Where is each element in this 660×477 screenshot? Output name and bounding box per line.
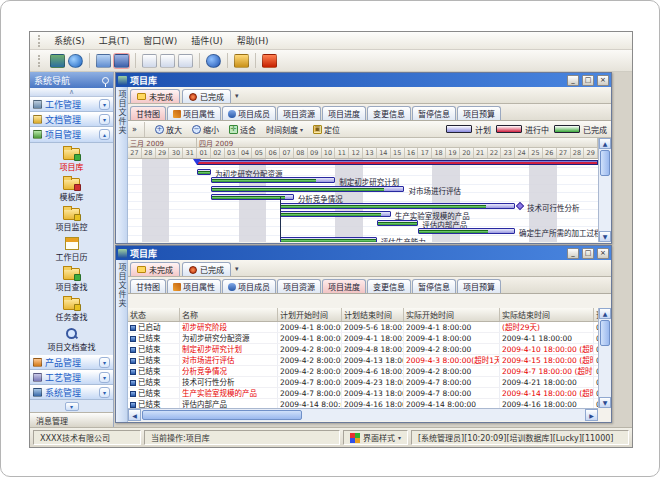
gantt-bar[interactable] [211, 194, 294, 200]
table-row[interactable]: 已结束为初步研究分配资源2009-4-1 8:00:002009-4-1 18:… [128, 333, 598, 344]
table-window-titlebar[interactable]: 项目库 _ □ × [116, 246, 611, 260]
sidebar-section-项目管理[interactable]: 项目管理▴ [30, 127, 113, 142]
globe-icon[interactable] [68, 54, 83, 68]
column-header-名称[interactable]: 名称 [180, 308, 278, 321]
sidebar-item-项目查找[interactable]: 项目查找 [30, 265, 113, 295]
menu-插件(U)[interactable]: 插件(U) [184, 32, 230, 49]
gantt-bar[interactable] [211, 186, 405, 192]
project-folder-strip[interactable]: 项目文件夹 [116, 87, 128, 243]
sidebar-item-模板库[interactable]: 模板库 [30, 175, 113, 205]
sidebar-item-工作日历[interactable]: 工作日历 [30, 235, 113, 265]
table-row[interactable]: 已启动初步研究阶段2009-4-1 8:00:002009-5-6 18:00:… [128, 322, 598, 333]
close-button[interactable]: × [597, 75, 609, 86]
tab-项目成员[interactable]: 项目成员 [222, 279, 276, 293]
zoom-in-button[interactable]: +放大 [152, 123, 185, 136]
menu-窗口(W)[interactable]: 窗口(W) [136, 32, 184, 49]
table-row[interactable]: 已结束制定初步研究计划2009-4-2 8:00:002009-4-8 18:0… [128, 344, 598, 355]
tab-已完成[interactable]: 已完成 [182, 89, 231, 103]
sidebar-section-工艺管理[interactable]: 工艺管理▾ [30, 370, 113, 385]
chevron-down-icon[interactable]: ▾ [99, 114, 110, 125]
column-header-计划结束时间[interactable]: 计划结束时间 [342, 308, 404, 321]
tab-message-management[interactable]: 消息管理 [30, 412, 113, 427]
table-row[interactable]: 已结束评估内部产品2009-4-14 8:00:002009-4-16 18:0… [128, 399, 598, 408]
monitor-icon[interactable] [50, 54, 65, 68]
gantt-vertical-scrollbar[interactable]: ▲ ▼ [598, 138, 611, 242]
gantt-bar[interactable] [377, 220, 418, 226]
minimize-button[interactable]: _ [567, 75, 579, 86]
scrollbar-thumb[interactable] [600, 320, 610, 346]
sidebar-item-任务查找[interactable]: 任务查找 [30, 295, 113, 325]
tab-项目属性[interactable]: 项目属性 [167, 106, 221, 120]
locate-button[interactable]: ▣定位 [310, 123, 343, 136]
sidebar-item-项目监控[interactable]: 项目监控 [30, 205, 113, 235]
zoom-out-button[interactable]: −缩小 [189, 123, 222, 136]
ui-style-button[interactable]: 界面样式 ▾ [343, 430, 408, 445]
scrollbar-thumb[interactable] [142, 410, 302, 420]
tab-项目属性[interactable]: 项目属性 [167, 279, 221, 293]
table-vertical-scrollbar[interactable]: ▲ ▼ [598, 308, 611, 408]
tab-项目预算[interactable]: 项目预算 [457, 106, 501, 120]
table-row[interactable]: 已结束生产实验室规模的产品2009-4-7 8:00:002009-4-13 1… [128, 388, 598, 399]
sidebar-section-系统管理[interactable]: 系统管理▾ [30, 385, 113, 400]
column-header-实际结束时间[interactable]: 实际结束时间 [500, 308, 594, 321]
report-edit-icon[interactable] [160, 54, 175, 68]
lock-icon[interactable] [234, 54, 249, 68]
tab-未完成[interactable]: 未完成 [130, 262, 180, 276]
tab-项目资源[interactable]: 项目资源 [277, 106, 321, 120]
column-header-计划开始时间[interactable]: 计划开始时间 [278, 308, 342, 321]
gantt-bar[interactable] [280, 211, 391, 217]
chevron-down-icon[interactable]: ▾ [99, 387, 110, 398]
tab-变更信息[interactable]: 变更信息 [367, 106, 411, 120]
sidebar-item-项目库[interactable]: 项目库 [30, 145, 113, 175]
table-row[interactable]: 已结束技术可行性分析2009-4-7 8:00:002009-4-23 18:0… [128, 377, 598, 388]
maximize-button[interactable]: □ [582, 75, 594, 86]
tab-甘特图[interactable]: 甘特图 [130, 106, 166, 120]
chevron-down-icon[interactable]: ▾ [99, 357, 110, 368]
menu-帮助(H)[interactable]: 帮助(H) [230, 32, 276, 49]
toolbar-more-button[interactable]: » [132, 125, 137, 134]
menu-工具(T)[interactable]: 工具(T) [92, 32, 137, 49]
tab-暂停信息[interactable]: 暂停信息 [412, 106, 456, 120]
scroll-right-icon[interactable]: ▶ [585, 409, 598, 421]
tab-overflow-icon[interactable]: ▾ [235, 265, 239, 273]
sidebar-item-项目文档查找[interactable]: 项目文档查找 [30, 325, 113, 355]
gantt-bar[interactable] [418, 228, 515, 234]
help-icon[interactable] [206, 54, 221, 68]
project-folder-strip[interactable]: 项目文件夹 [116, 260, 128, 422]
sidebar-section-产品管理[interactable]: 产品管理▾ [30, 355, 113, 370]
chevron-down-icon[interactable]: ▾ [99, 99, 110, 110]
column-header-状态[interactable]: 状态 [128, 308, 180, 321]
table-row[interactable]: 已结束分析竞争情况2009-4-2 8:00:002009-4-6 18:00:… [128, 366, 598, 377]
report-new-icon[interactable] [142, 54, 157, 68]
pin-icon[interactable] [102, 77, 109, 84]
chevron-up-icon[interactable]: ▴ [99, 129, 110, 140]
tab-项目资源[interactable]: 项目资源 [277, 279, 321, 293]
table-row[interactable]: 已结束对市场进行评估2009-4-2 8:00:002009-4-13 18:0… [128, 355, 598, 366]
column-header-实际开始时间[interactable]: 实际开始时间 [404, 308, 500, 321]
tab-项目成员[interactable]: 项目成员 [222, 106, 276, 120]
tab-变更信息[interactable]: 变更信息 [367, 279, 411, 293]
scroll-up-icon[interactable]: ▲ [599, 138, 611, 149]
minimize-button[interactable]: _ [567, 248, 579, 259]
gantt-window-titlebar[interactable]: 项目库 _ □ × [116, 73, 611, 87]
gantt-bar[interactable] [280, 237, 377, 243]
sidebar-section-文档管理[interactable]: 文档管理▾ [30, 112, 113, 127]
scroll-up-icon[interactable]: ▲ [599, 308, 611, 319]
gantt-bar[interactable] [197, 169, 211, 175]
tab-项目进度[interactable]: 项目进度 [322, 106, 366, 120]
folder-open-icon[interactable] [96, 54, 111, 68]
tab-项目预算[interactable]: 项目预算 [457, 279, 501, 293]
chevron-down-icon[interactable]: ▾ [99, 372, 110, 383]
table-horizontal-scrollbar[interactable]: ◀ ▶ [128, 408, 598, 421]
exit-icon[interactable] [262, 54, 277, 68]
menu-系统(S)[interactable]: 系统(S) [47, 32, 92, 49]
time-scale-button[interactable]: 时间刻度▾ [263, 123, 306, 136]
report-del-icon[interactable] [178, 54, 193, 68]
save-icon[interactable] [114, 54, 129, 68]
chevron-down-icon[interactable]: ▾ [65, 402, 79, 411]
tab-项目进度[interactable]: 项目进度 [322, 279, 366, 293]
maximize-button[interactable]: □ [582, 248, 594, 259]
sidebar-section-工作管理[interactable]: 工作管理▾ [30, 97, 113, 112]
fit-button[interactable]: ✛适合 [226, 123, 259, 136]
scroll-left-icon[interactable]: ◀ [128, 409, 141, 421]
